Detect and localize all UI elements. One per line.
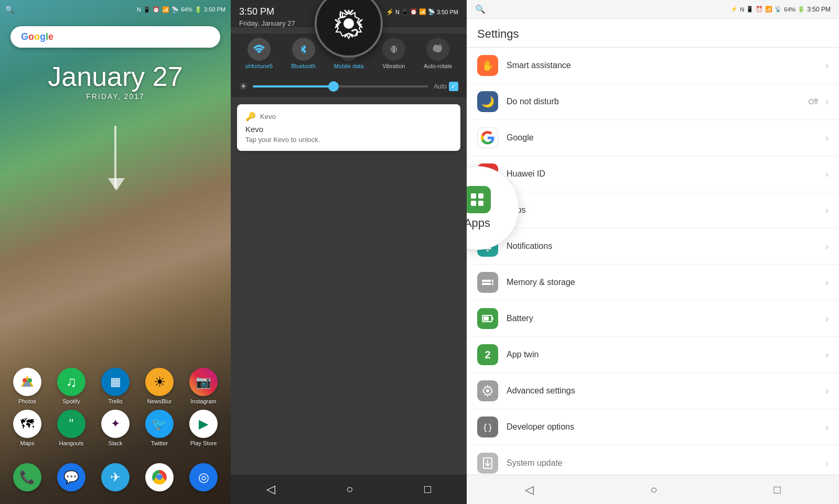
wifi-icon: 📶	[162, 6, 169, 13]
google-chevron: ›	[825, 133, 829, 144]
dock-chrome[interactable]	[139, 463, 179, 494]
apps-row-2: 🗺 Maps " Hangouts ✦ Slack 🐦 Twi	[5, 410, 225, 446]
notifications-chevron: ›	[825, 241, 829, 252]
notification-card-kevo[interactable]: 🔑 Kevo Kevo Tap your Kevo to unlock.	[237, 104, 460, 151]
autorotate-toggle-label: Auto-rotate	[424, 63, 452, 69]
home-status-bar: 🔍 N 📱 ⏰ 📶 📡 64% 🔋 3:50 PM	[0, 0, 231, 19]
apps-circle-icon	[467, 186, 491, 213]
memory-storage-text: Memory & storage	[507, 278, 825, 287]
trello-label: Trello	[108, 398, 122, 404]
settings-item-smart-assistance[interactable]: ✋ Smart assistance ›	[467, 48, 839, 84]
quick-toggle-wifi[interactable]: ohfortune5	[245, 38, 273, 69]
settings-item-developer-options[interactable]: {} Developer options ›	[467, 409, 839, 445]
settings-nav-back[interactable]: ◁	[514, 479, 544, 501]
settings-bt-icon: ⚡	[730, 6, 738, 13]
telegram-icon: ✈	[101, 463, 130, 491]
svg-rect-20	[478, 201, 483, 206]
app-playstore[interactable]: ▶ Play Store	[184, 410, 223, 446]
google-right: ›	[825, 133, 829, 144]
instagram-icon: 📷	[189, 368, 218, 396]
notifications-right: ›	[825, 241, 829, 252]
phone-icon: 📞	[13, 463, 41, 491]
quick-toggle-vibration[interactable]: Vibration	[382, 38, 405, 69]
bluetooth-toggle-icon	[292, 38, 315, 61]
app-trello[interactable]: ▦ Trello	[95, 368, 135, 404]
app-photos[interactable]: Photos	[7, 368, 47, 404]
app-newsblur[interactable]: ☀ NewsBlur	[139, 368, 179, 404]
settings-nav-recents[interactable]: □	[763, 479, 791, 501]
shade-sim-icon: 📱	[401, 8, 408, 15]
home-status-right: N 📱 ⏰ 📶 📡 64% 🔋 3:50 PM	[137, 6, 225, 13]
memory-storage-name: Memory & storage	[507, 278, 575, 287]
nav-back-button[interactable]: ◁	[256, 478, 286, 500]
search-icon: 🔍	[5, 5, 14, 14]
brightness-row[interactable]: ☀ Auto ✓	[231, 75, 467, 98]
developer-options-text: Developer options	[507, 422, 825, 432]
apps-circle-content: Apps	[467, 186, 491, 230]
battery-right: ›	[825, 313, 829, 324]
auto-checkbox[interactable]: ✓	[449, 82, 458, 91]
settings-nav-bar: ◁ ○ □	[467, 475, 839, 504]
smart-assistance-name: Smart assistance	[507, 61, 571, 70]
settings-item-notifications[interactable]: Notifications ›	[467, 228, 839, 265]
svg-point-25	[491, 283, 492, 285]
settings-battery-pct: 64%	[784, 6, 795, 13]
advanced-settings-chevron: ›	[825, 386, 829, 397]
huawei-id-name: Huawei ID	[507, 169, 545, 178]
settings-alarm-icon: ⏰	[756, 6, 763, 13]
quick-toggle-autorotate[interactable]: Auto-rotate	[424, 38, 452, 69]
settings-item-battery[interactable]: Battery ›	[467, 301, 839, 337]
app-hangouts[interactable]: " Hangouts	[51, 410, 91, 446]
settings-item-do-not-disturb[interactable]: 🌙 Do not disturb Off ›	[467, 84, 839, 120]
apps-chevron: ›	[825, 205, 829, 216]
settings-item-huawei-id[interactable]: Huawei ID ›	[467, 156, 839, 192]
spotify-icon: ♫	[57, 368, 85, 396]
nav-home-button[interactable]: ○	[336, 478, 363, 500]
gear-icon-svg	[330, 5, 367, 42]
developer-options-name: Developer options	[507, 422, 574, 431]
twitter-label: Twitter	[151, 440, 168, 446]
svg-point-29	[486, 389, 489, 392]
home-status-left: 🔍	[5, 5, 14, 14]
app-twitter[interactable]: 🐦 Twitter	[139, 410, 179, 446]
dock-daydream[interactable]: ◎	[184, 463, 223, 494]
messages-icon: 💬	[57, 463, 85, 491]
google-search-bar[interactable]: Google	[10, 26, 220, 48]
settings-list: ✋ Smart assistance › 🌙 Do not disturb Of…	[467, 48, 839, 504]
settings-status-bar: 🔍 ⚡ N 📱 ⏰ 📶 📡 64% 🔋 3:50 PM	[467, 0, 839, 19]
brightness-icon: ☀	[239, 81, 248, 92]
mobiledata-toggle-label: Mobile data	[334, 63, 364, 69]
settings-item-memory-storage[interactable]: Memory & storage ›	[467, 265, 839, 301]
app-instagram[interactable]: 📷 Instagram	[184, 368, 223, 404]
svg-point-7	[343, 18, 354, 29]
memory-storage-icon	[477, 272, 498, 293]
settings-nav-home[interactable]: ○	[640, 479, 668, 501]
settings-item-app-twin[interactable]: 2 App twin ›	[467, 337, 839, 373]
notification-shade: 3:50 PM ⚡ N 📱 ⏰ 📶 📡 3:50 PM Friday, Janu…	[231, 0, 467, 504]
dock-phone[interactable]: 📞	[7, 463, 47, 494]
app-maps[interactable]: 🗺 Maps	[7, 410, 47, 446]
settings-item-apps[interactable]: Apps › Apps	[467, 192, 839, 228]
settings-item-google[interactable]: Google ›	[467, 120, 839, 156]
dock-messages[interactable]: 💬	[51, 463, 91, 494]
settings-item-advanced-settings[interactable]: Advanced settings ›	[467, 373, 839, 409]
battery-icon: 🔋	[195, 6, 202, 13]
brightness-auto[interactable]: Auto ✓	[434, 82, 458, 91]
quick-toggle-bluetooth[interactable]: Bluetooth	[291, 38, 315, 69]
battery-icon	[477, 308, 498, 329]
nav-recents-button[interactable]: □	[414, 478, 442, 500]
maps-icon: 🗺	[13, 410, 41, 438]
trello-icon: ▦	[101, 368, 130, 396]
notification-shade-panel: 3:50 PM ⚡ N 📱 ⏰ 📶 📡 3:50 PM Friday, Janu…	[231, 0, 467, 504]
chrome-icon	[145, 463, 174, 491]
advanced-settings-text: Advanced settings	[507, 386, 825, 396]
app-twin-text: App twin	[507, 350, 825, 359]
brightness-thumb[interactable]	[328, 81, 339, 92]
app-spotify[interactable]: ♫ Spotify	[51, 368, 91, 404]
dock-telegram[interactable]: ✈	[95, 463, 135, 494]
daydream-icon: ◎	[189, 463, 218, 491]
settings-search-icon: 🔍	[475, 4, 486, 14]
app-slack[interactable]: ✦ Slack	[95, 410, 135, 446]
hangouts-label: Hangouts	[59, 440, 83, 446]
brightness-track[interactable]	[253, 85, 428, 87]
